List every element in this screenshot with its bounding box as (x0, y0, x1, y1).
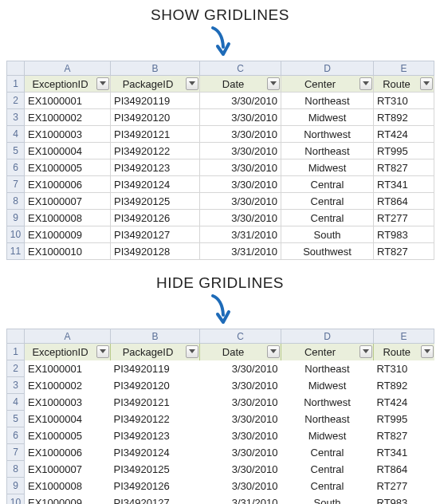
row-header[interactable]: 1 (7, 76, 25, 93)
row-header[interactable]: 5 (7, 143, 25, 159)
cell-exceptionId[interactable]: EX1000001 (25, 360, 111, 377)
cell-center[interactable]: Midwest (281, 377, 374, 394)
cell-exceptionId[interactable]: EX1000006 (25, 444, 111, 461)
table-header-date[interactable]: Date (200, 76, 281, 93)
cell-date[interactable]: 3/30/2010 (200, 210, 281, 226)
cell-exceptionId[interactable]: EX1000008 (25, 210, 111, 226)
cell-packageId[interactable]: PI34920119 (111, 93, 200, 109)
filter-button[interactable] (359, 77, 372, 90)
filter-button[interactable] (186, 77, 198, 90)
cell-exceptionId[interactable]: EX1000005 (25, 427, 111, 444)
cell-packageId[interactable]: PI34920127 (111, 226, 200, 243)
cell-exceptionId[interactable]: EX1000003 (25, 126, 111, 143)
cell-date[interactable]: 3/30/2010 (200, 394, 281, 411)
cell-center[interactable]: Northeast (281, 143, 374, 159)
filter-button[interactable] (96, 345, 109, 358)
cell-route[interactable]: RT983 (374, 494, 434, 505)
row-header[interactable]: 3 (7, 109, 25, 126)
col-header-E[interactable]: E (374, 61, 434, 76)
cell-exceptionId[interactable]: EX1000010 (25, 243, 111, 260)
row-header[interactable]: 6 (7, 427, 25, 444)
filter-button[interactable] (421, 345, 434, 358)
cell-exceptionId[interactable]: EX1000003 (25, 394, 111, 411)
table-header-packageid[interactable]: PackageID (111, 344, 200, 360)
cell-date[interactable]: 3/30/2010 (200, 93, 281, 109)
filter-button[interactable] (359, 345, 372, 358)
row-header[interactable]: 4 (7, 394, 25, 411)
cell-packageId[interactable]: PI34920125 (111, 193, 200, 210)
cell-route[interactable]: RT827 (374, 427, 434, 444)
cell-exceptionId[interactable]: EX1000005 (25, 159, 111, 176)
row-header[interactable]: 4 (7, 126, 25, 143)
cell-packageId[interactable]: PI34920121 (111, 126, 200, 143)
cell-route[interactable]: RT341 (374, 176, 434, 193)
cell-route[interactable]: RT864 (374, 193, 434, 210)
cell-exceptionId[interactable]: EX1000004 (25, 411, 111, 427)
cell-center[interactable]: South (281, 494, 374, 505)
cell-date[interactable]: 3/30/2010 (200, 193, 281, 210)
cell-exceptionId[interactable]: EX1000008 (25, 478, 111, 494)
table-header-center[interactable]: Center (281, 76, 374, 93)
cell-date[interactable]: 3/30/2010 (200, 377, 281, 394)
row-header[interactable]: 2 (7, 360, 25, 377)
filter-button[interactable] (186, 345, 198, 358)
cell-route[interactable]: RT827 (374, 159, 434, 176)
cell-center[interactable]: Southwest (281, 243, 374, 260)
row-header[interactable]: 5 (7, 411, 25, 427)
cell-exceptionId[interactable]: EX1000001 (25, 93, 111, 109)
cell-route[interactable]: RT310 (374, 360, 434, 377)
cell-date[interactable]: 3/30/2010 (200, 411, 281, 427)
table-header-date[interactable]: Date (200, 344, 281, 360)
cell-route[interactable]: RT277 (374, 210, 434, 226)
cell-exceptionId[interactable]: EX1000002 (25, 109, 111, 126)
row-header[interactable]: 11 (7, 243, 25, 260)
cell-packageId[interactable]: PI34920120 (111, 377, 200, 394)
filter-button[interactable] (267, 77, 280, 90)
col-header-C[interactable]: C (200, 61, 281, 76)
cell-packageId[interactable]: PI34920127 (111, 494, 200, 505)
row-header[interactable]: 2 (7, 93, 25, 109)
cell-date[interactable]: 3/30/2010 (200, 176, 281, 193)
row-header[interactable]: 3 (7, 377, 25, 394)
cell-packageId[interactable]: PI34920126 (111, 478, 200, 494)
cell-date[interactable]: 3/31/2010 (200, 494, 281, 505)
cell-route[interactable]: RT892 (374, 377, 434, 394)
col-header-B[interactable]: B (111, 329, 200, 344)
cell-date[interactable]: 3/30/2010 (200, 360, 281, 377)
cell-packageId[interactable]: PI34920121 (111, 394, 200, 411)
table-header-exceptionid[interactable]: ExceptionID (25, 76, 111, 93)
cell-route[interactable]: RT277 (374, 478, 434, 494)
cell-route[interactable]: RT995 (374, 411, 434, 427)
row-header[interactable]: 10 (7, 494, 25, 505)
col-header-A[interactable]: A (25, 61, 111, 76)
cell-date[interactable]: 3/30/2010 (200, 159, 281, 176)
cell-route[interactable]: RT995 (374, 143, 434, 159)
cell-center[interactable]: Midwest (281, 427, 374, 444)
row-header[interactable]: 6 (7, 159, 25, 176)
row-header[interactable]: 9 (7, 210, 25, 226)
cell-packageId[interactable]: PI34920123 (111, 159, 200, 176)
cell-route[interactable]: RT424 (374, 126, 434, 143)
col-header-C[interactable]: C (200, 329, 281, 344)
cell-center[interactable]: Central (281, 444, 374, 461)
table-header-packageid[interactable]: PackageID (111, 76, 200, 93)
row-header[interactable]: 1 (7, 344, 25, 360)
cell-date[interactable]: 3/31/2010 (200, 226, 281, 243)
cell-date[interactable]: 3/30/2010 (200, 143, 281, 159)
cell-route[interactable]: RT827 (374, 243, 434, 260)
cell-date[interactable]: 3/31/2010 (200, 243, 281, 260)
cell-exceptionId[interactable]: EX1000007 (25, 461, 111, 478)
cell-exceptionId[interactable]: EX1000007 (25, 193, 111, 210)
row-header[interactable]: 9 (7, 478, 25, 494)
cell-packageId[interactable]: PI34920122 (111, 411, 200, 427)
cell-center[interactable]: Northwest (281, 394, 374, 411)
col-header-E[interactable]: E (374, 329, 434, 344)
table-header-route[interactable]: Route (374, 76, 434, 93)
cell-exceptionId[interactable]: EX1000009 (25, 494, 111, 505)
cell-date[interactable]: 3/30/2010 (200, 444, 281, 461)
table-header-center[interactable]: Center (281, 344, 374, 360)
cell-center[interactable]: Northeast (281, 93, 374, 109)
cell-center[interactable]: Central (281, 461, 374, 478)
cell-exceptionId[interactable]: EX1000006 (25, 176, 111, 193)
cell-route[interactable]: RT892 (374, 109, 434, 126)
